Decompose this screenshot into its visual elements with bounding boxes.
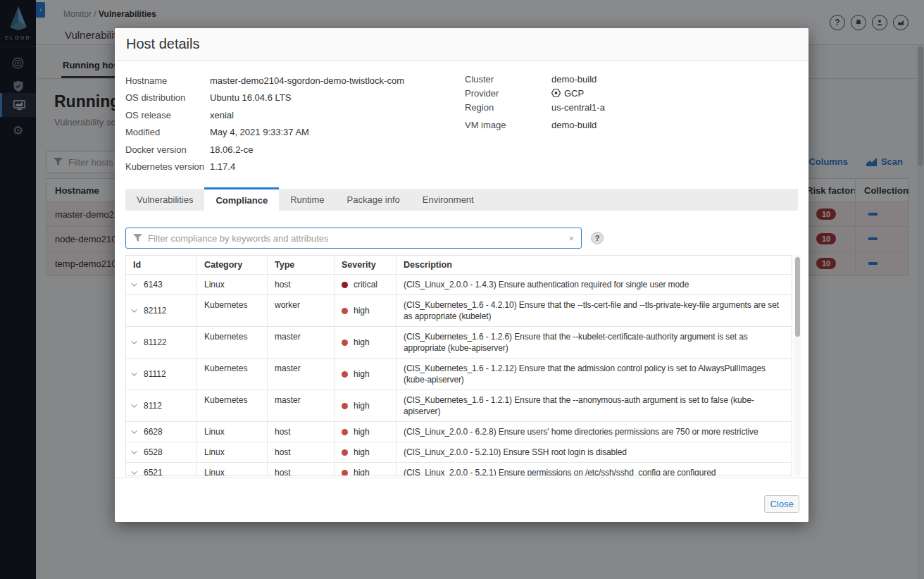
chevron-down-icon[interactable] [131, 448, 137, 454]
modal-title: Host details [126, 36, 200, 52]
host-info-left: Hostname master-demo2104-sgordon-demo-tw… [125, 72, 456, 175]
col-id[interactable]: Id [126, 256, 196, 274]
field-value: demo-build [551, 74, 597, 85]
col-type[interactable]: Type [267, 256, 334, 274]
field-value: 1.17.4 [210, 161, 235, 172]
field-value: GCP [551, 88, 584, 99]
modal-header: Host details [115, 28, 808, 61]
info-row: Cluster demo-build [465, 72, 768, 86]
chevron-down-icon[interactable] [131, 468, 137, 474]
field-label: Provider [465, 88, 551, 99]
info-row: Region us-central1-a [465, 100, 768, 114]
field-value: master-demo2104-sgordon-demo-twistlock-c… [210, 75, 404, 86]
field-label: OS release [125, 110, 210, 120]
compliance-filter-wrap: × [125, 228, 582, 249]
field-label: Docker version [125, 144, 210, 155]
clear-filter-icon[interactable]: × [568, 233, 574, 244]
severity-dot [342, 340, 348, 346]
field-label: OS distribution [125, 92, 210, 103]
compliance-row[interactable]: 6628 Linux host high (CIS_Linux_2.0.0 - … [126, 422, 792, 442]
compliance-table-header: Id Category Type Severity Description [126, 256, 792, 275]
field-label: Kubernetes version [125, 161, 210, 172]
col-severity[interactable]: Severity [334, 256, 396, 274]
modal-tabs: Vulnerabilities Compliance Runtime Packa… [125, 189, 798, 211]
field-label: Region [465, 102, 551, 113]
field-label: Cluster [465, 74, 551, 85]
severity-dot [342, 308, 348, 314]
compliance-table: Id Category Type Severity Description 61… [125, 255, 792, 476]
field-value: 18.06.2-ce [210, 144, 253, 155]
field-value: Ubuntu 16.04.6 LTS [210, 92, 291, 103]
info-row: Modified May 4, 2021 9:33:37 AM [125, 124, 456, 142]
col-category[interactable]: Category [196, 256, 267, 274]
compliance-table-scrollbar[interactable] [794, 255, 801, 476]
info-row: OS release xenial [125, 106, 456, 124]
compliance-filter-input[interactable] [148, 233, 563, 244]
gcp-icon [551, 89, 561, 97]
field-value: demo-build [551, 120, 597, 130]
tab-compliance[interactable]: Compliance [204, 187, 279, 211]
tab-runtime[interactable]: Runtime [279, 189, 335, 211]
chevron-down-icon[interactable] [131, 280, 137, 286]
compliance-row[interactable]: 6143 Linux host critical (CIS_Linux_2.0.… [126, 275, 792, 295]
compliance-row[interactable]: 6521 Linux host high (CIS_Linux_2.0.0 - … [126, 463, 792, 476]
field-value: xenial [210, 110, 234, 120]
chevron-down-icon[interactable] [131, 428, 137, 433]
info-row: OS distribution Ubuntu 16.04.6 LTS [125, 89, 456, 107]
info-row: VM image demo-build [465, 118, 768, 132]
compliance-row[interactable]: 81122 Kubernetes master high (CIS_Kubern… [126, 327, 792, 359]
tab-vulnerabilities[interactable]: Vulnerabilities [125, 189, 204, 211]
info-row: Docker version 18.06.2-ce [125, 141, 456, 158]
info-row: Hostname master-demo2104-sgordon-demo-tw… [125, 72, 456, 89]
tab-package-info[interactable]: Package info [336, 189, 411, 211]
chevron-down-icon[interactable] [131, 401, 137, 407]
host-details-modal: Host details Hostname master-demo2104-sg… [115, 28, 808, 522]
compliance-row[interactable]: 81112 Kubernetes master high (CIS_Kubern… [126, 359, 792, 390]
host-info-right: Cluster demo-build Provider GCP Region u… [465, 72, 768, 132]
severity-dot [342, 371, 348, 378]
field-label: Hostname [125, 75, 210, 86]
severity-dot [342, 449, 348, 456]
severity-dot [342, 282, 348, 288]
field-label: Modified [125, 127, 210, 137]
funnel-icon [133, 234, 142, 242]
severity-dot [342, 470, 348, 476]
compliance-row[interactable]: 8112 Kubernetes master high (CIS_Kuberne… [126, 390, 792, 422]
tab-environment[interactable]: Environment [411, 189, 485, 211]
severity-dot [342, 403, 348, 409]
field-label: VM image [465, 120, 551, 130]
chevron-down-icon[interactable] [131, 338, 137, 344]
chevron-down-icon[interactable] [131, 306, 137, 312]
chevron-down-icon[interactable] [131, 370, 137, 375]
modal-footer: Close [115, 478, 808, 522]
field-value: May 4, 2021 9:33:37 AM [210, 127, 309, 137]
compliance-row[interactable]: 6528 Linux host high (CIS_Linux_2.0.0 - … [126, 442, 792, 463]
close-button[interactable]: Close [764, 495, 799, 513]
info-row: Kubernetes version 1.17.4 [125, 158, 456, 176]
severity-dot [342, 429, 348, 435]
field-value: us-central1-a [551, 102, 605, 113]
col-description[interactable]: Description [396, 256, 792, 274]
compliance-row[interactable]: 82112 Kubernetes worker high (CIS_Kubern… [126, 295, 792, 327]
scrollbar-thumb[interactable] [795, 257, 800, 337]
filter-help-icon[interactable]: ? [591, 232, 604, 244]
info-row: Provider GCP [465, 86, 768, 100]
